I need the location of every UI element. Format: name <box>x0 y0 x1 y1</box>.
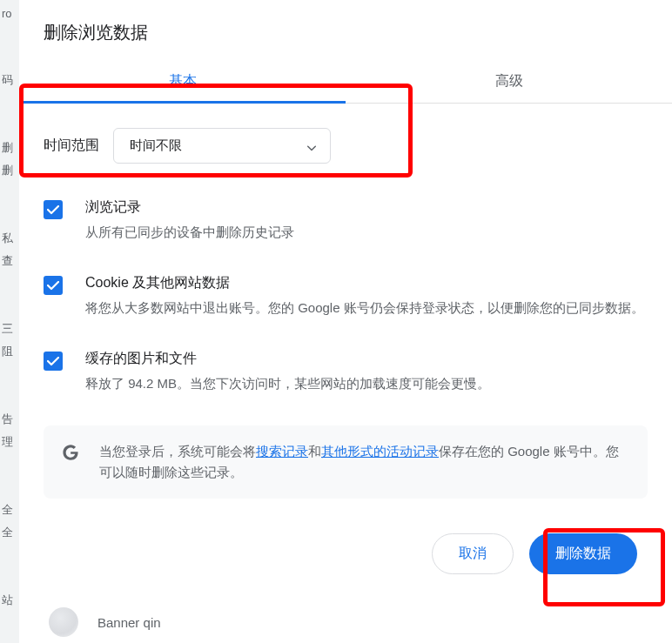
clear-data-button[interactable]: 删除数据 <box>529 533 637 574</box>
user-row: Banner qin <box>19 592 672 637</box>
cache-desc: 释放了 94.2 MB。当您下次访问时，某些网站的加载速度可能会更慢。 <box>85 373 648 394</box>
cookies-desc: 将您从大多数网站中退出账号。您的 Google 账号仍会保持登录状态，以便删除您… <box>85 298 648 318</box>
cache-size: 94.2 MB <box>128 376 177 391</box>
time-range-row: 时间范围 时间不限 <box>44 128 648 164</box>
dialog-content: 时间范围 时间不限 浏览记录 从所有已同步的设备中删除历史记录 Cook <box>19 104 672 499</box>
cookies-title: Cookie 及其他网站数据 <box>85 274 648 292</box>
tab-basic-label: 基本 <box>169 73 197 88</box>
dialog-title: 删除浏览数据 <box>19 0 672 62</box>
checkbox-cache[interactable] <box>44 352 63 371</box>
background-sidebar-sliver: ro 码 删 删 私 查 三 阻 告 理 全 全 站 <box>0 0 19 643</box>
tabs: 基本 高级 <box>19 62 672 104</box>
avatar <box>49 607 78 637</box>
checkmark-icon <box>47 357 59 366</box>
checkmark-icon <box>47 205 59 215</box>
google-account-info: 当您登录后，系统可能会将搜索记录和其他形式的活动记录保存在您的 Google 账… <box>44 425 648 499</box>
option-cache: 缓存的图片和文件 释放了 94.2 MB。当您下次访问时，某些网站的加载速度可能… <box>44 350 648 394</box>
option-cookies: Cookie 及其他网站数据 将您从大多数网站中退出账号。您的 Google 账… <box>44 274 648 318</box>
browsing-history-title: 浏览记录 <box>85 198 648 217</box>
chevron-down-icon <box>307 138 316 153</box>
tab-advanced-label: 高级 <box>495 73 523 88</box>
cancel-button[interactable]: 取消 <box>432 533 514 574</box>
option-browsing-history: 浏览记录 从所有已同步的设备中删除历史记录 <box>44 198 648 243</box>
cache-title: 缓存的图片和文件 <box>85 350 648 368</box>
tab-advanced[interactable]: 高级 <box>346 62 672 103</box>
time-range-select[interactable]: 时间不限 <box>113 128 331 164</box>
link-search-history[interactable]: 搜索记录 <box>256 444 308 459</box>
checkbox-cookies[interactable] <box>44 276 63 295</box>
tab-basic[interactable]: 基本 <box>19 62 346 103</box>
time-range-selected: 时间不限 <box>130 137 182 154</box>
time-range-label: 时间范围 <box>44 137 99 155</box>
info-text: 当您登录后，系统可能会将搜索记录和其他形式的活动记录保存在您的 Google 账… <box>99 441 630 483</box>
clear-browsing-data-dialog: 删除浏览数据 基本 高级 时间范围 时间不限 浏览记录 从所有已同步的设备 <box>19 0 672 643</box>
user-name: Banner qin <box>97 615 161 630</box>
dialog-footer: 取消 删除数据 <box>19 499 672 592</box>
google-icon <box>61 443 80 462</box>
checkmark-icon <box>47 281 59 291</box>
checkbox-browsing-history[interactable] <box>44 200 63 219</box>
link-other-activity[interactable]: 其他形式的活动记录 <box>321 444 439 459</box>
browsing-history-desc: 从所有已同步的设备中删除历史记录 <box>85 222 648 243</box>
